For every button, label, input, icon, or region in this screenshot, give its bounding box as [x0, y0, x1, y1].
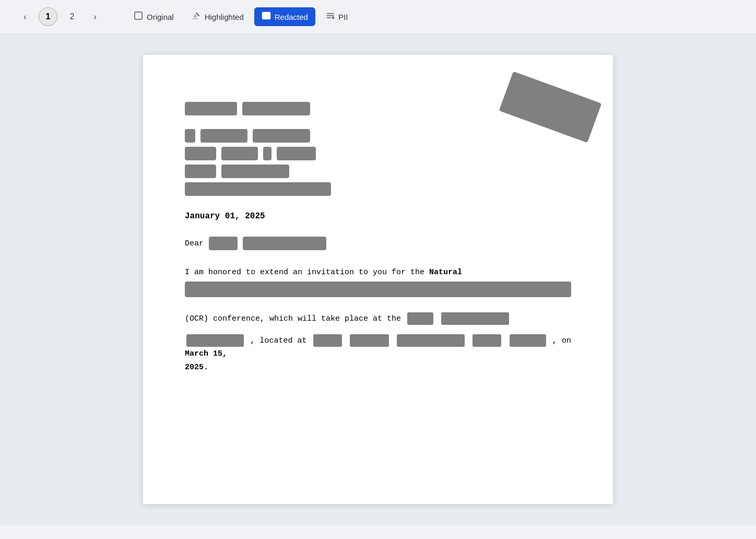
- redacted-street-2: [350, 334, 389, 347]
- document-body: I am honored to extend an invitation to …: [185, 266, 571, 374]
- highlighted-label: Highlighted: [205, 13, 244, 21]
- pii-icon: [326, 11, 335, 22]
- redacted-name-2: [242, 102, 310, 115]
- redacted-street-3: [397, 334, 465, 347]
- redacted-name-1: [185, 102, 237, 115]
- address-line-3: [185, 165, 571, 178]
- body-paragraph-1: I am honored to extend an invitation to …: [185, 266, 571, 326]
- toolbar: ‹ 1 2 › Original Highlighted: [0, 0, 756, 34]
- redacted-street-4: [473, 334, 501, 347]
- body-bold-march: March 15,: [185, 349, 227, 358]
- redacted-location-1: [186, 334, 244, 347]
- current-page-number[interactable]: 1: [39, 7, 57, 26]
- next-page-number[interactable]: 2: [63, 7, 81, 26]
- body-bold-natural: Natural: [429, 268, 462, 277]
- dear-line: Dear: [185, 237, 571, 250]
- redacted-venue-2: [441, 312, 509, 325]
- redacted-label: Redacted: [275, 13, 308, 21]
- original-icon: [134, 11, 143, 22]
- redacted-addr-2b: [221, 147, 258, 160]
- redacted-addr-1b: [200, 129, 247, 143]
- view-mode-group: Original Highlighted Redacted: [126, 7, 355, 26]
- redacted-addr-1c: [253, 129, 310, 143]
- redacted-addr-3a: [185, 165, 216, 178]
- redacted-view-button[interactable]: Redacted: [254, 7, 315, 26]
- pagination-controls: ‹ 1 2 ›: [17, 7, 103, 26]
- redacted-addr-1a: [185, 129, 195, 143]
- redacted-icon: [262, 11, 271, 22]
- body-bold-year: 2025.: [185, 363, 208, 372]
- body-text-ocr: (OCR): [185, 314, 208, 323]
- address-line-4: [185, 182, 571, 196]
- body-text-conference: conference, which will take place at the: [213, 314, 401, 323]
- svg-rect-0: [135, 12, 142, 19]
- redacted-salutation-2: [243, 237, 326, 250]
- redacted-venue-1: [407, 312, 433, 325]
- address-line-2: [185, 147, 571, 160]
- redacted-street-1: [313, 334, 342, 347]
- pii-label: PII: [338, 13, 348, 21]
- address-line-1: [185, 129, 571, 143]
- next-page-button[interactable]: ›: [87, 8, 103, 25]
- body-located-at: , located at: [250, 336, 306, 345]
- body-paragraph-2: , located at , on March 15, 2025.: [185, 334, 571, 374]
- svg-point-6: [332, 17, 334, 18]
- document-date: January 01, 2025: [185, 212, 571, 221]
- body-text-1: I am honored to extend an invitation to …: [185, 268, 429, 277]
- redacted-addr-2a: [185, 147, 216, 160]
- redacted-body-bar-1: [185, 282, 571, 297]
- redacted-addr-2c: [263, 147, 271, 160]
- document-page: January 01, 2025 Dear I am honored to ex…: [143, 55, 613, 504]
- redacted-street-5: [510, 334, 546, 347]
- redacted-salutation-1: [209, 237, 238, 250]
- body-on-text: , on: [552, 336, 571, 345]
- document-container: January 01, 2025 Dear I am honored to ex…: [0, 34, 756, 525]
- prev-page-button[interactable]: ‹: [17, 8, 33, 25]
- pii-view-button[interactable]: PII: [318, 8, 355, 26]
- original-label: Original: [147, 13, 174, 21]
- highlighted-view-button[interactable]: Highlighted: [184, 7, 251, 26]
- dear-prefix: Dear: [185, 239, 204, 248]
- original-view-button[interactable]: Original: [126, 7, 181, 26]
- redacted-addr-2d: [277, 147, 316, 160]
- redacted-addr-4: [185, 182, 331, 196]
- highlight-icon: [192, 11, 201, 22]
- redacted-addr-3b: [221, 165, 289, 178]
